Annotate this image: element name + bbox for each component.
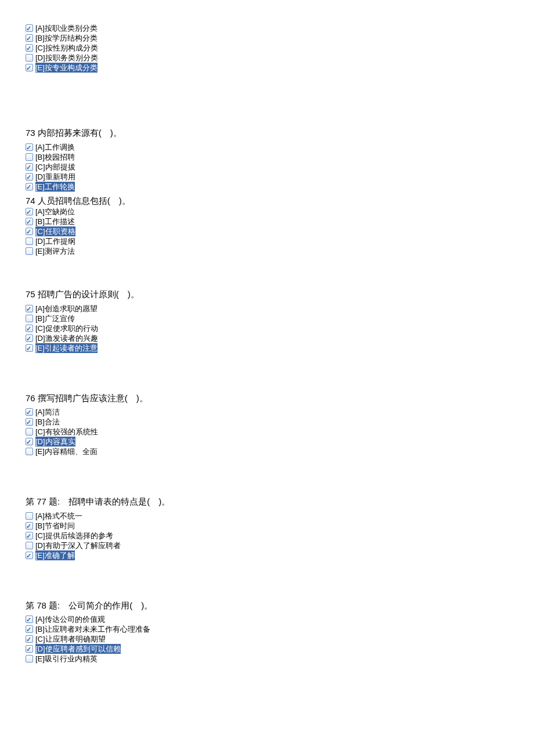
option-label: [C]任职资格 <box>35 226 75 236</box>
checkbox-checked-icon[interactable] <box>26 615 33 623</box>
checkbox-checked-icon[interactable] <box>26 522 33 530</box>
option-label: [A]传达公司的价值观 <box>35 614 105 624</box>
checkbox-checked-icon[interactable] <box>26 163 33 171</box>
option-row[interactable]: [D]使应聘者感到可以信赖 <box>26 644 511 654</box>
option-label: [C]让应聘者明确期望 <box>35 634 106 644</box>
option-row[interactable]: [D]有助于深入了解应聘者 <box>26 541 511 550</box>
option-row[interactable]: [E]准确了解 <box>26 550 511 560</box>
checkbox-checked-icon[interactable] <box>26 34 33 42</box>
option-label: [D]激发读者的兴趣 <box>35 333 98 343</box>
option-label: [D]内容真实 <box>35 437 75 447</box>
option-row[interactable]: [D]内容真实 <box>26 437 511 447</box>
option-label: [C]内部提拔 <box>35 162 75 172</box>
option-row[interactable]: [C]让应聘者明确期望 <box>26 634 511 644</box>
option-label: [A]简洁 <box>35 407 60 417</box>
option-row[interactable]: [D]重新聘用 <box>26 172 511 182</box>
checkbox-checked-icon[interactable] <box>26 645 33 653</box>
question-block: 第 78 题: 公司简介的作用( )。[A]传达公司的价值观[B]让应聘者对未来… <box>26 600 511 664</box>
option-row[interactable]: [E]按专业构成分类 <box>26 63 511 73</box>
question-text: 75 招聘广告的设计原则( )。 <box>26 289 511 300</box>
checkbox-checked-icon[interactable] <box>26 438 33 445</box>
checkbox-checked-icon[interactable] <box>26 24 33 32</box>
option-row[interactable]: [D]按职务类别分类 <box>26 53 511 63</box>
checkbox-unchecked-icon[interactable] <box>26 655 33 663</box>
checkbox-unchecked-icon[interactable] <box>26 542 33 549</box>
option-row[interactable]: [A]简洁 <box>26 407 511 417</box>
option-row[interactable]: [A]传达公司的价值观 <box>26 614 511 624</box>
option-row[interactable]: [D]工作提纲 <box>26 236 511 246</box>
checkbox-checked-icon[interactable] <box>26 305 33 312</box>
checkbox-checked-icon[interactable] <box>26 44 33 52</box>
checkbox-checked-icon[interactable] <box>26 418 33 426</box>
checkbox-checked-icon[interactable] <box>26 64 33 71</box>
option-label: [B]工作描述 <box>35 217 75 226</box>
question-text: 第 77 题: 招聘申请表的特点是( )。 <box>26 496 511 507</box>
option-row[interactable]: [E]引起读者的注意 <box>26 343 511 353</box>
option-row[interactable]: [B]工作描述 <box>26 217 511 226</box>
question-block: 74 人员招聘信息包括( )。[A]空缺岗位[B]工作描述[C]任职资格[D]工… <box>26 195 511 257</box>
option-label: [C]提供后续选择的参考 <box>35 531 113 541</box>
checkbox-unchecked-icon[interactable] <box>26 315 33 322</box>
option-row[interactable]: [C]按性别构成分类 <box>26 43 511 53</box>
checkbox-checked-icon[interactable] <box>26 228 33 235</box>
option-row[interactable]: [A]格式不统一 <box>26 511 511 521</box>
option-row[interactable]: [C]提供后续选择的参考 <box>26 531 511 541</box>
checkbox-checked-icon[interactable] <box>26 344 33 352</box>
option-row[interactable]: [B]广泛宣传 <box>26 314 511 323</box>
option-label: [E]按专业构成分类 <box>35 63 98 73</box>
checkbox-unchecked-icon[interactable] <box>26 512 33 520</box>
option-row[interactable]: [E]吸引行业内精英 <box>26 654 511 664</box>
checkbox-checked-icon[interactable] <box>26 218 33 225</box>
checkbox-unchecked-icon[interactable] <box>26 54 33 62</box>
option-label: [C]促使求职的行动 <box>35 323 98 333</box>
checkbox-checked-icon[interactable] <box>26 532 33 539</box>
option-row[interactable]: [C]任职资格 <box>26 226 511 236</box>
option-label: [A]创造求职的愿望 <box>35 304 98 314</box>
option-row[interactable]: [B]节省时间 <box>26 521 511 531</box>
question-text: 第 78 题: 公司简介的作用( )。 <box>26 600 511 611</box>
option-row[interactable]: [E]内容精细、全面 <box>26 447 511 456</box>
option-row[interactable]: [A]创造求职的愿望 <box>26 304 511 314</box>
checkbox-checked-icon[interactable] <box>26 334 33 342</box>
question-block: 76 撰写招聘广告应该注意( )。[A]简洁[B]合法[C]有较强的系统性[D]… <box>26 393 511 457</box>
checkbox-checked-icon[interactable] <box>26 208 33 215</box>
checkbox-checked-icon[interactable] <box>26 173 33 181</box>
option-row[interactable]: [A]空缺岗位 <box>26 207 511 217</box>
option-row[interactable]: [C]内部提拔 <box>26 162 511 172</box>
checkbox-checked-icon[interactable] <box>26 325 33 332</box>
checkbox-unchecked-icon[interactable] <box>26 237 33 245</box>
question-text: 74 人员招聘信息包括( )。 <box>26 195 511 207</box>
option-row[interactable]: [A]按职业类别分类 <box>26 23 511 33</box>
option-row[interactable]: [C]有较强的系统性 <box>26 427 511 437</box>
checkbox-checked-icon[interactable] <box>26 635 33 643</box>
checkbox-unchecked-icon[interactable] <box>26 153 33 161</box>
option-row[interactable]: [E]工作轮换 <box>26 182 511 192</box>
option-row[interactable]: [D]激发读者的兴趣 <box>26 333 511 343</box>
option-row[interactable]: [E]测评方法 <box>26 246 511 256</box>
checkbox-checked-icon[interactable] <box>26 143 33 151</box>
option-label: [D]有助于深入了解应聘者 <box>35 541 121 550</box>
question-block: 第 77 题: 招聘申请表的特点是( )。[A]格式不统一[B]节省时间[C]提… <box>26 496 511 560</box>
option-row[interactable]: [C]促使求职的行动 <box>26 323 511 333</box>
option-label: [B]校园招聘 <box>35 152 75 162</box>
checkbox-checked-icon[interactable] <box>26 408 33 416</box>
option-label: [E]准确了解 <box>35 550 75 560</box>
option-label: [E]测评方法 <box>35 246 75 256</box>
option-label: [C]按性别构成分类 <box>35 43 98 53</box>
checkbox-unchecked-icon[interactable] <box>26 428 33 435</box>
option-label: [D]按职务类别分类 <box>35 53 98 63</box>
option-row[interactable]: [B]按学历结构分类 <box>26 33 511 43</box>
option-row[interactable]: [B]校园招聘 <box>26 152 511 162</box>
checkbox-checked-icon[interactable] <box>26 625 33 633</box>
option-row[interactable]: [A]工作调换 <box>26 142 511 152</box>
option-row[interactable]: [B]让应聘者对未来工作有心理准备 <box>26 624 511 634</box>
option-label: [E]吸引行业内精英 <box>35 654 98 664</box>
checkbox-checked-icon[interactable] <box>26 183 33 190</box>
option-row[interactable]: [B]合法 <box>26 417 511 427</box>
option-label: [E]内容精细、全面 <box>35 447 98 456</box>
option-label: [E]工作轮换 <box>35 182 75 192</box>
checkbox-checked-icon[interactable] <box>26 552 33 559</box>
checkbox-unchecked-icon[interactable] <box>26 448 33 455</box>
checkbox-unchecked-icon[interactable] <box>26 247 33 255</box>
option-label: [A]工作调换 <box>35 142 75 152</box>
